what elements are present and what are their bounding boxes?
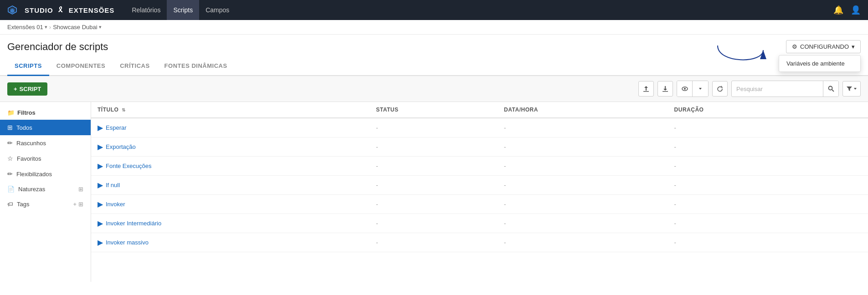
- sidebar-item-todos[interactable]: ⊞ Todos: [0, 120, 91, 135]
- naturezas-icon: 📄: [7, 186, 15, 193]
- script-link-5[interactable]: Invoker: [106, 201, 125, 208]
- bell-icon[interactable]: 🔔: [833, 5, 843, 15]
- play-icon-6: ▶: [98, 219, 103, 228]
- eye-caret-button[interactable]: [693, 81, 708, 97]
- page-title: Gerenciador de scripts: [7, 41, 108, 53]
- cell-datahora-1: -: [498, 118, 668, 137]
- main-content: 📁 Filtros ⊞ Todos ✏ Rascunhos ☆ Favorito…: [0, 102, 868, 282]
- refresh-button[interactable]: [712, 81, 728, 97]
- view-btn-group: [677, 81, 709, 97]
- svg-line-9: [832, 90, 834, 92]
- breadcrumb-showcase[interactable]: Showcase Dubai: [53, 24, 98, 31]
- sidebar-filters-header: 📁 Filtros: [0, 106, 91, 120]
- cell-extra-3: [822, 157, 868, 176]
- cell-titulo-6: ▶ Invoker Intermediário: [91, 214, 370, 233]
- upload-button[interactable]: [638, 81, 654, 97]
- cell-duracao-2: -: [668, 137, 822, 157]
- cell-status-2: -: [370, 137, 498, 157]
- tab-criticas[interactable]: CRÍTICAS: [113, 57, 157, 76]
- flexibilizados-icon: ✏: [7, 170, 13, 178]
- cell-extra-6: [822, 214, 868, 233]
- table-row: ▶ Invoker massivo - - -: [91, 233, 868, 252]
- play-icon-3: ▶: [98, 162, 103, 170]
- cell-duracao-1: -: [668, 118, 822, 137]
- cell-titulo-2: ▶ Exportação: [91, 137, 370, 157]
- cell-datahora-3: -: [498, 157, 668, 176]
- script-link-1[interactable]: Esperar: [106, 124, 127, 131]
- play-icon-1: ▶: [98, 123, 103, 132]
- tags-actions: + ⊞: [73, 201, 83, 208]
- scripts-table: TÍTULO ⇅ STATUS DATA/HORA DURAÇÃO ▶ Espe…: [91, 102, 868, 252]
- logo: [7, 5, 17, 15]
- tags-plus-icon[interactable]: +: [73, 201, 77, 208]
- sidebar-tags-label: Tags: [17, 201, 29, 208]
- breadcrumb-extensoes[interactable]: Extensões 01: [7, 24, 43, 31]
- tags-grid-icon[interactable]: ⊞: [78, 201, 83, 208]
- cell-duracao-6: -: [668, 214, 822, 233]
- sidebar-naturezas-label: Naturezas: [18, 186, 45, 193]
- cell-extra-1: [822, 118, 868, 137]
- nav-relatorios[interactable]: Relatórios: [125, 0, 167, 20]
- sidebar-item-rascunhos[interactable]: ✏ Rascunhos: [0, 135, 91, 151]
- config-caret-icon: ▾: [852, 43, 855, 50]
- svg-rect-4: [643, 91, 649, 92]
- add-script-label: SCRIPT: [20, 86, 41, 92]
- tab-fontes[interactable]: FONTES DINÂMICAS: [157, 57, 235, 76]
- gear-icon: ⚙: [792, 43, 797, 50]
- top-nav: STUDIO 🎗 EXTENSÕES Relatórios Scripts Ca…: [0, 0, 868, 20]
- breadcrumb: Extensões 01 ▾ › Showcase Dubai ▾: [0, 20, 868, 35]
- eye-button[interactable]: [677, 81, 693, 97]
- cell-datahora-4: -: [498, 176, 668, 195]
- dropdown-env-vars[interactable]: Variáveis de ambiente: [779, 56, 860, 71]
- col-datahora: DATA/HORA: [498, 102, 668, 118]
- add-script-button[interactable]: + SCRIPT: [7, 82, 47, 96]
- sidebar-favoritos-label: Favoritos: [17, 155, 41, 162]
- tab-componentes[interactable]: COMPONENTES: [49, 57, 113, 76]
- cell-extra-7: [822, 233, 868, 252]
- user-icon[interactable]: 👤: [851, 5, 861, 15]
- config-btn-label: CONFIGURANDO: [800, 43, 849, 50]
- config-button[interactable]: ⚙ CONFIGURANDO ▾: [786, 40, 861, 53]
- script-link-4[interactable]: If null: [106, 182, 120, 188]
- cell-titulo-3: ▶ Fonte Execuções: [91, 157, 370, 176]
- table-header-row: TÍTULO ⇅ STATUS DATA/HORA DURAÇÃO: [91, 102, 868, 118]
- ribbon-icon: 🎗: [57, 6, 64, 14]
- naturezas-add-icon[interactable]: ⊞: [78, 186, 83, 193]
- tab-scripts[interactable]: SCRIPTS: [7, 57, 49, 76]
- favoritos-icon: ☆: [7, 155, 13, 162]
- script-link-2[interactable]: Exportação: [106, 143, 136, 150]
- ext-label: EXTENSÕES: [69, 6, 115, 14]
- cell-duracao-3: -: [668, 157, 822, 176]
- sidebar-item-flexibilizados[interactable]: ✏ Flexibilizados: [0, 166, 91, 182]
- col-status: STATUS: [370, 102, 498, 118]
- col-extra: [822, 102, 868, 118]
- table-row: ▶ Fonte Execuções - - -: [91, 157, 868, 176]
- nav-scripts[interactable]: Scripts: [167, 0, 199, 20]
- download-button[interactable]: [657, 81, 673, 97]
- sidebar-todos-label: Todos: [16, 124, 32, 131]
- play-icon-2: ▶: [98, 142, 103, 151]
- top-nav-links: Relatórios Scripts Campos: [125, 0, 236, 20]
- folder-icon: 📁: [7, 109, 15, 116]
- cell-extra-4: [822, 176, 868, 195]
- rascunhos-icon: ✏: [7, 139, 13, 147]
- filter-button[interactable]: [842, 81, 861, 97]
- cell-status-6: -: [370, 214, 498, 233]
- sidebar-item-tags[interactable]: 🏷 Tags + ⊞: [0, 197, 91, 212]
- cell-datahora-6: -: [498, 214, 668, 233]
- search-input[interactable]: [732, 83, 823, 95]
- cell-titulo-1: ▶ Esperar: [91, 118, 370, 137]
- table-area: TÍTULO ⇅ STATUS DATA/HORA DURAÇÃO ▶ Espe…: [91, 102, 868, 282]
- sidebar-item-favoritos[interactable]: ☆ Favoritos: [0, 151, 91, 166]
- sidebar-item-naturezas[interactable]: 📄 Naturezas ⊞: [0, 182, 91, 197]
- script-link-3[interactable]: Fonte Execuções: [106, 163, 151, 169]
- script-link-7[interactable]: Invoker massivo: [106, 239, 149, 246]
- search-button[interactable]: [823, 81, 838, 97]
- play-icon-5: ▶: [98, 200, 103, 209]
- cell-status-1: -: [370, 118, 498, 137]
- tags-left: 🏷 Tags: [7, 201, 29, 208]
- cell-datahora-5: -: [498, 195, 668, 214]
- nav-campos[interactable]: Campos: [199, 0, 236, 20]
- sidebar-filters-label: Filtros: [17, 109, 36, 116]
- script-link-6[interactable]: Invoker Intermediário: [106, 220, 161, 227]
